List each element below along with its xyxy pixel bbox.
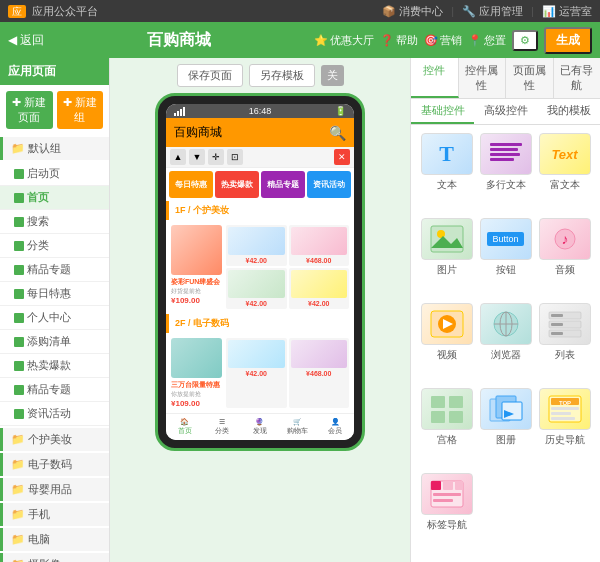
phone-app-title: 百购商城 (174, 124, 222, 141)
tab-existing-nav[interactable]: 已有导航 (554, 58, 601, 98)
signal-bars (174, 107, 185, 116)
folder-icon: 📁 (11, 533, 25, 546)
product-price: ¥42.00 (228, 370, 285, 377)
sidebar-item-popular[interactable]: 热卖爆款 (0, 354, 109, 378)
svg-rect-20 (551, 323, 563, 326)
sidebar-group-photography[interactable]: 📁 摄影像 (0, 553, 109, 562)
new-group-button[interactable]: ✚ 新建组 (57, 91, 104, 129)
page-icon (14, 265, 24, 275)
tab-widget-props[interactable]: 控件属性 (459, 58, 507, 98)
phone-promo2[interactable]: 三万台限量特惠 你放提前抢 ¥109.00 (169, 336, 224, 410)
sidebar-item-wishlist[interactable]: 添购清单 (0, 330, 109, 354)
widget-text-icon: T (421, 133, 473, 175)
svg-rect-24 (431, 411, 445, 423)
folder-icon: 📁 (11, 508, 25, 521)
tab-widgets[interactable]: 控件 (411, 58, 459, 98)
product-item[interactable]: ¥468.00 (289, 338, 350, 408)
subtab-basic[interactable]: 基础控件 (411, 99, 474, 124)
page-icon (14, 289, 24, 299)
sidebar-item-featured[interactable]: 精品专题 (0, 258, 109, 282)
sidebar-group-babycare[interactable]: 📁 母婴用品 (0, 478, 109, 501)
phone-banner[interactable]: 每日特惠 热卖爆款 精品专题 资讯活动 (166, 168, 354, 201)
sidebar-item-search[interactable]: 搜索 (0, 210, 109, 234)
bottom-nav-discover[interactable]: 🔮 发现 (241, 414, 279, 440)
product-item[interactable]: ¥42.00 (226, 338, 287, 408)
phone-search-icon[interactable]: 🔍 (329, 125, 346, 141)
banner-popular[interactable]: 热卖爆款 (215, 171, 259, 198)
top-nav-ops[interactable]: 📊 运营室 (542, 4, 592, 19)
save-template-button[interactable]: 另存模板 (249, 64, 315, 87)
close-button[interactable]: 关 (321, 65, 344, 86)
tab-page-props[interactable]: 页面属性 (506, 58, 554, 98)
widget-audio[interactable]: ♪ 音频 (537, 218, 592, 299)
banner-featured[interactable]: 精品专题 (261, 171, 305, 198)
svg-rect-38 (443, 481, 453, 490)
product-item[interactable]: ¥42.00 (289, 268, 350, 309)
bottom-nav-category[interactable]: ☰ 分类 (204, 414, 242, 440)
product-price: ¥468.00 (291, 370, 348, 377)
sidebar-item-news[interactable]: 资讯活动 (0, 402, 109, 426)
bottom-nav-member[interactable]: 👤 会员 (316, 414, 354, 440)
widget-browser[interactable]: 浏览器 (478, 303, 533, 384)
sidebar-item-featured2[interactable]: 精品专题 (0, 378, 109, 402)
header-marketing[interactable]: 🎯 营销 (424, 33, 462, 48)
save-page-button[interactable]: 保存页面 (177, 64, 243, 87)
add-icon[interactable]: ✛ (208, 149, 224, 165)
sidebar-item-daily[interactable]: 每日特惠 (0, 282, 109, 306)
sidebar-group-default[interactable]: 📁 默认组 (0, 137, 109, 160)
phone-promo1[interactable]: 姿彩FUN肆盛会 好货提前抢 ¥109.00 (169, 223, 224, 311)
cart-icon: 🛒 (279, 418, 317, 426)
sidebar-item-launch[interactable]: 启动页 (0, 162, 109, 186)
phone-products2: ¥42.00 ¥468.00 (224, 336, 351, 410)
sidebar-item-category[interactable]: 分类 (0, 234, 109, 258)
widget-gallery[interactable]: 图册 (478, 388, 533, 469)
move-up-icon[interactable]: ▲ (170, 149, 186, 165)
subtab-advanced[interactable]: 高级控件 (474, 99, 537, 124)
product-item[interactable]: ¥42.00 (226, 225, 287, 266)
copy-icon[interactable]: ⊡ (227, 149, 243, 165)
widget-multitext[interactable]: 多行文本 (478, 133, 533, 214)
widget-grid[interactable]: 宫格 (419, 388, 474, 469)
bottom-nav-home[interactable]: 🏠 首页 (166, 414, 204, 440)
sidebar-group-phone[interactable]: 📁 手机 (0, 503, 109, 526)
multitext-svg (488, 139, 524, 169)
sidebar-item-home[interactable]: 首页 (0, 186, 109, 210)
sidebar-item-profile[interactable]: 个人中心 (0, 306, 109, 330)
sidebar-group-beauty[interactable]: 📁 个护美妆 (0, 428, 109, 451)
widget-tabnav-label: 标签导航 (427, 518, 467, 532)
widget-history[interactable]: TOP 历史导航 (537, 388, 592, 469)
banner-daily[interactable]: 每日特惠 (169, 171, 213, 198)
home-icon: 🏠 (166, 418, 204, 426)
header-settings[interactable]: 📍 您置 (468, 33, 506, 48)
product-item[interactable]: ¥468.00 (289, 225, 350, 266)
sidebar-group-electronics[interactable]: 📁 电子数码 (0, 453, 109, 476)
widget-video[interactable]: 视频 (419, 303, 474, 384)
phone-mockup: 16:48 🔋 百购商城 🔍 ▲ ▼ ✛ ⊡ ✕ (155, 93, 365, 451)
subtab-mytemplate[interactable]: 我的模板 (537, 99, 600, 124)
gear-button[interactable]: ⚙ (512, 30, 538, 51)
sidebar-group-computer[interactable]: 📁 电脑 (0, 528, 109, 551)
svg-rect-22 (431, 396, 445, 408)
header-hall[interactable]: ⭐ 优惠大厅 (314, 33, 374, 48)
widget-grid-icon (421, 388, 473, 430)
move-down-icon[interactable]: ▼ (189, 149, 205, 165)
top-nav-consumer[interactable]: 📦 消费中心 (382, 4, 443, 19)
bottom-nav-cart[interactable]: 🛒 购物车 (279, 414, 317, 440)
widget-tabnav[interactable]: 标签导航 (419, 473, 474, 554)
delete-icon[interactable]: ✕ (334, 149, 350, 165)
folder-icon: 📁 (11, 458, 25, 471)
header-help[interactable]: ❓ 帮助 (380, 33, 418, 48)
new-page-button[interactable]: ✚ 新建页面 (6, 91, 53, 129)
generate-button[interactable]: 生成 (544, 27, 592, 54)
product-item[interactable]: ¥42.00 (226, 268, 287, 309)
back-button[interactable]: ◀ 返回 (8, 32, 44, 49)
top-nav-apps[interactable]: 🔧 应用管理 (462, 4, 523, 19)
widget-text[interactable]: T 文本 (419, 133, 474, 214)
widget-image[interactable]: 图片 (419, 218, 474, 299)
widget-list[interactable]: 列表 (537, 303, 592, 384)
widget-button[interactable]: Button 按钮 (478, 218, 533, 299)
widget-richtext[interactable]: Text 富文本 (537, 133, 592, 214)
svg-rect-35 (551, 417, 575, 420)
banner-news[interactable]: 资讯活动 (307, 171, 351, 198)
widget-button-icon: Button (480, 218, 532, 260)
